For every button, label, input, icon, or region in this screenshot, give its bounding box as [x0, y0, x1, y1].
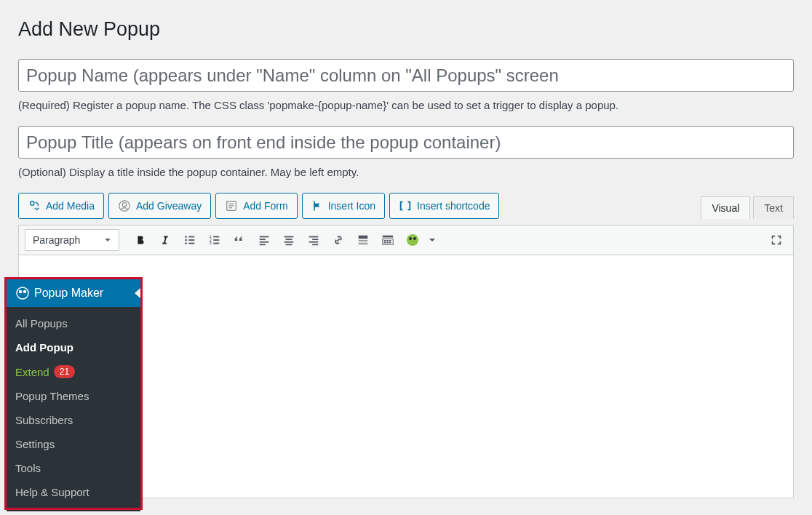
sidebar-item-tools[interactable]: Tools [7, 456, 140, 480]
sidebar-item-subscribers[interactable]: Subscribers [7, 408, 140, 432]
format-select[interactable]: Paragraph [25, 229, 119, 251]
extend-count-badge: 21 [54, 365, 75, 378]
svg-rect-22 [260, 244, 266, 246]
align-right-button[interactable] [303, 229, 325, 251]
svg-rect-33 [359, 243, 368, 245]
svg-point-0 [31, 201, 34, 205]
svg-rect-34 [383, 236, 393, 238]
add-giveaway-label: Add Giveaway [136, 200, 202, 212]
svg-rect-14 [213, 236, 219, 238]
svg-rect-32 [359, 240, 368, 241]
sidebar-header-label: Popup Maker [34, 287, 103, 300]
page-title: Add New Popup [18, 15, 794, 41]
popup-maker-shortcode-button[interactable] [402, 229, 423, 251]
svg-rect-41 [389, 242, 391, 244]
popup-maker-icon [15, 286, 30, 300]
svg-point-43 [409, 237, 412, 240]
svg-rect-36 [384, 240, 386, 241]
svg-point-47 [24, 291, 26, 293]
editor-toolbar: Paragraph 123 [18, 225, 794, 255]
tab-visual[interactable]: Visual [701, 196, 750, 219]
blockquote-button[interactable] [228, 229, 250, 251]
svg-rect-37 [386, 240, 389, 241]
svg-rect-26 [286, 244, 292, 246]
svg-point-46 [20, 291, 22, 293]
svg-point-2 [122, 203, 126, 207]
svg-rect-30 [312, 244, 318, 246]
popup-name-hint: (Required) Register a popup name. The CS… [18, 99, 794, 111]
svg-rect-10 [188, 239, 194, 241]
svg-rect-21 [260, 241, 269, 243]
insert-icon-button[interactable]: Insert Icon [302, 193, 385, 219]
svg-text:3: 3 [210, 241, 212, 246]
bold-button[interactable] [130, 229, 151, 251]
svg-rect-29 [309, 241, 319, 243]
svg-rect-39 [384, 242, 386, 244]
sidebar-item-help[interactable]: Help & Support [7, 480, 140, 504]
svg-point-45 [17, 287, 28, 299]
svg-rect-24 [286, 239, 292, 241]
svg-point-44 [413, 237, 416, 240]
svg-rect-18 [213, 243, 219, 244]
popup-maker-dropdown-button[interactable] [426, 229, 438, 251]
format-select-label: Paragraph [33, 234, 80, 246]
active-menu-pointer [135, 288, 140, 298]
svg-rect-19 [260, 236, 269, 238]
svg-rect-35 [383, 239, 393, 245]
media-icon [28, 199, 41, 212]
toolbar-toggle-button[interactable] [377, 229, 399, 251]
sidebar-header-popup-maker[interactable]: Popup Maker [7, 279, 140, 307]
svg-point-9 [185, 239, 187, 241]
svg-rect-12 [188, 243, 194, 244]
shortcode-icon [399, 200, 412, 212]
svg-point-42 [407, 234, 418, 246]
insert-icon-label: Insert Icon [328, 200, 375, 212]
sidebar-item-all-popups[interactable]: All Popups [7, 311, 140, 335]
italic-button[interactable] [154, 229, 176, 251]
align-center-button[interactable] [278, 229, 300, 251]
align-left-button[interactable] [253, 229, 275, 251]
svg-rect-40 [386, 242, 389, 244]
giveaway-icon [118, 199, 131, 212]
popup-name-input[interactable] [18, 59, 794, 92]
svg-rect-38 [389, 240, 391, 241]
svg-point-7 [185, 236, 187, 239]
sidebar-item-extend-label: Extend [15, 366, 49, 378]
svg-rect-16 [213, 239, 219, 241]
link-button[interactable] [327, 229, 349, 251]
form-icon [225, 199, 238, 212]
svg-rect-31 [359, 236, 368, 239]
add-form-label: Add Form [243, 200, 287, 212]
fullscreen-button[interactable] [765, 229, 787, 251]
sidebar-item-popup-themes[interactable]: Popup Themes [7, 384, 140, 408]
svg-rect-27 [309, 236, 319, 238]
admin-sidebar: Popup Maker All Popups Add Popup Extend … [7, 279, 140, 511]
flag-icon [311, 200, 323, 212]
svg-rect-20 [260, 239, 266, 241]
chevron-down-icon [104, 236, 111, 244]
popup-title-hint: (Optional) Display a title inside the po… [18, 166, 794, 178]
insert-shortcode-button[interactable]: Insert shortcode [389, 193, 499, 219]
sidebar-item-settings[interactable]: Settings [7, 432, 140, 456]
sidebar-item-add-popup[interactable]: Add Popup [7, 335, 140, 359]
svg-rect-25 [284, 241, 294, 243]
add-media-label: Add Media [46, 200, 95, 212]
sidebar-item-extend[interactable]: Extend 21 [7, 359, 140, 384]
svg-rect-8 [188, 236, 194, 238]
insert-shortcode-label: Insert shortcode [417, 200, 490, 212]
tab-text[interactable]: Text [753, 196, 794, 219]
svg-point-11 [185, 243, 187, 245]
insert-more-button[interactable] [352, 229, 374, 251]
svg-rect-28 [312, 239, 318, 241]
svg-rect-23 [284, 236, 294, 238]
add-giveaway-button[interactable]: Add Giveaway [108, 193, 211, 219]
numbered-list-button[interactable]: 123 [204, 229, 226, 251]
popup-title-input[interactable] [18, 126, 794, 159]
add-form-button[interactable]: Add Form [215, 193, 297, 219]
editor-mode-tabs: Visual Text [701, 196, 794, 219]
bullet-list-button[interactable] [179, 229, 201, 251]
add-media-button[interactable]: Add Media [18, 193, 104, 219]
